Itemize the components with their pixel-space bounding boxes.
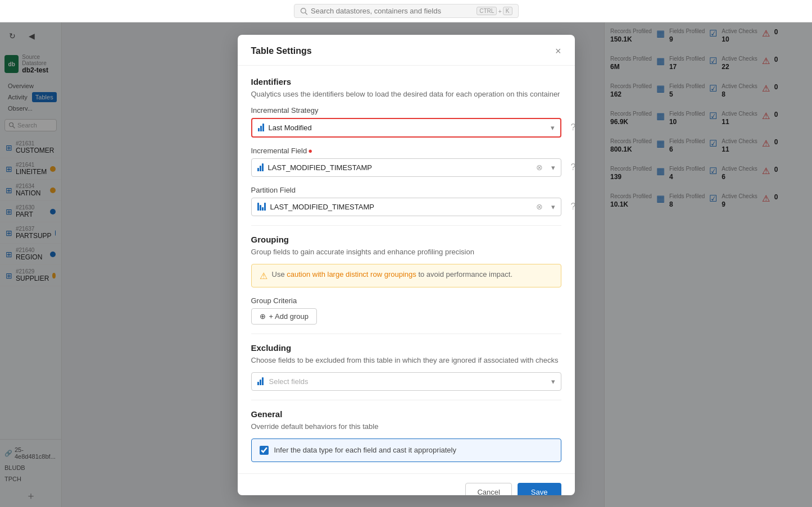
- warning-box: ⚠ Use caution with large distinct row gr…: [251, 264, 561, 287]
- infer-label: Infer the data type for each field and c…: [274, 446, 456, 454]
- search-bar[interactable]: CTRL + K: [294, 4, 519, 18]
- excluding-select[interactable]: Select fields ▾: [251, 372, 561, 391]
- modal-backdrop: Table Settings × Identifiers Qualytics u…: [0, 22, 812, 507]
- incremental-strategy-icon: [258, 124, 264, 131]
- clear-icon[interactable]: ⊗: [536, 163, 543, 172]
- select-fields-placeholder: Select fields: [269, 377, 309, 386]
- modal-body: Identifiers Qualytics uses the identifie…: [238, 66, 575, 473]
- warning-icon: ⚠: [260, 271, 267, 281]
- incremental-strategy-select[interactable]: Last Modified ▾: [251, 118, 561, 138]
- partition-field-select[interactable]: LAST_MODIFIED_TIMESTAMP ⊗ ▾: [251, 198, 561, 216]
- incremental-field-label-text: Incremental Field: [251, 147, 307, 155]
- divider: [251, 334, 561, 334]
- warning-text: Use caution with large distinct row grou…: [272, 270, 513, 278]
- divider: [251, 400, 561, 400]
- plus-icon: ⊕: [260, 312, 266, 321]
- general-desc: Override default behaviors for this tabl…: [251, 422, 561, 431]
- incremental-field-select[interactable]: LAST_MODIFIED_TIMESTAMP ⊗ ▾: [251, 158, 561, 177]
- svg-line-1: [305, 12, 307, 14]
- grouping-title: Grouping: [251, 235, 561, 244]
- general-title: General: [251, 409, 561, 419]
- modal-footer: Cancel Save: [238, 473, 575, 495]
- save-button[interactable]: Save: [518, 483, 561, 495]
- infer-checkbox[interactable]: [260, 446, 269, 455]
- chevron-down-icon: ▾: [551, 377, 555, 386]
- excluding-field-wrapper: Select fields ▾: [251, 372, 561, 391]
- clear-icon[interactable]: ⊗: [536, 202, 543, 211]
- modal-header: Table Settings ×: [238, 35, 575, 66]
- help-icon[interactable]: ?: [571, 162, 575, 172]
- cancel-button[interactable]: Cancel: [465, 483, 511, 495]
- infer-checkbox-row: Infer the data type for each field and c…: [251, 439, 561, 462]
- chevron-down-icon: ▾: [551, 124, 555, 132]
- partition-field-wrapper: LAST_MODIFIED_TIMESTAMP ⊗ ▾ ?: [251, 198, 561, 216]
- search-icon: [300, 7, 308, 15]
- identifiers-title: Identifiers: [251, 77, 561, 86]
- warning-text-prefix: Use: [272, 270, 287, 278]
- warning-link[interactable]: caution with large distinct row grouping…: [287, 270, 416, 278]
- excluding-title: Excluding: [251, 343, 561, 353]
- excluding-icon: [257, 377, 264, 385]
- modal-close-button[interactable]: ×: [555, 46, 561, 56]
- incremental-strategy-value: Last Modified: [269, 124, 312, 132]
- modal-title: Table Settings: [251, 46, 312, 56]
- incremental-field-wrapper: LAST_MODIFIED_TIMESTAMP ⊗ ▾ ?: [251, 158, 561, 177]
- help-icon[interactable]: ?: [571, 202, 575, 212]
- warning-text-suffix: to avoid performance impact.: [418, 270, 512, 278]
- incremental-strategy-wrapper: Last Modified ▾ ?: [251, 118, 561, 138]
- identifiers-desc: Qualytics uses the identifiers below to …: [251, 90, 561, 98]
- incremental-field-value: LAST_MODIFIED_TIMESTAMP: [268, 163, 372, 172]
- divider: [251, 225, 561, 226]
- chevron-down-icon: ▾: [551, 163, 555, 172]
- help-icon[interactable]: ?: [571, 122, 575, 133]
- required-indicator: ●: [308, 147, 312, 155]
- incremental-field-icon: [257, 163, 264, 171]
- chevron-down-icon: ▾: [551, 203, 555, 211]
- table-settings-modal: Table Settings × Identifiers Qualytics u…: [238, 35, 575, 495]
- partition-field-label: Partition Field: [251, 186, 561, 194]
- incremental-field-label: Incremental Field●: [251, 147, 561, 155]
- search-input[interactable]: [311, 7, 473, 15]
- grouping-desc: Group fields to gain accurate insights a…: [251, 248, 561, 256]
- excluding-desc: Choose fields to be excluded from this t…: [251, 356, 561, 364]
- incremental-strategy-label: Incremental Strategy: [251, 106, 561, 115]
- group-criteria-label: Group Criteria: [251, 296, 561, 305]
- add-group-label: + Add group: [269, 312, 309, 321]
- shortcut-hint: CTRL + K: [477, 7, 512, 15]
- partition-field-value: LAST_MODIFIED_TIMESTAMP: [270, 203, 374, 211]
- add-group-button[interactable]: ⊕ + Add group: [251, 308, 317, 325]
- partition-field-icon: [257, 203, 266, 211]
- top-bar: CTRL + K: [0, 0, 812, 22]
